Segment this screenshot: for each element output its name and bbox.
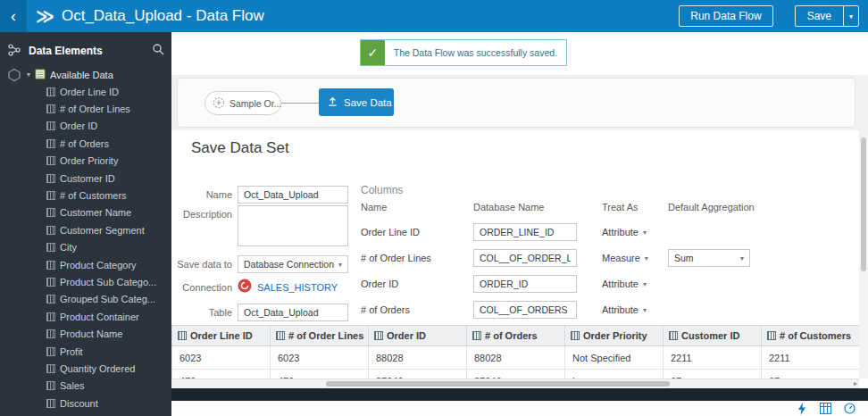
column-icon: [767, 331, 776, 340]
column-icon: [46, 104, 55, 113]
preview-cell: 88028: [369, 346, 467, 370]
sidebar-item-label: Profit: [60, 346, 83, 357]
preview-cell: 88028: [467, 346, 565, 370]
sidebar-item[interactable]: City: [0, 239, 171, 256]
vertical-scrollbar[interactable]: [859, 130, 868, 379]
table-icon[interactable]: [820, 403, 831, 414]
gauge-icon[interactable]: [844, 403, 855, 414]
column-icon: [374, 331, 383, 340]
sidebar-item[interactable]: Product Category: [0, 256, 171, 273]
data-elements-icon[interactable]: [7, 43, 21, 61]
column-icon: [46, 381, 55, 390]
sidebar-item[interactable]: # of Order Lines: [0, 100, 171, 117]
sidebar-item[interactable]: Product Name: [0, 325, 171, 342]
treat-as-select[interactable]: Attribute▾: [602, 279, 647, 289]
column-name: # of Orders: [361, 304, 410, 315]
sidebar-item-label: Quantity Ordered: [60, 363, 135, 374]
preview-column-label: Order Line ID: [190, 330, 253, 341]
upload-icon: [327, 96, 338, 109]
sidebar-item[interactable]: Order Priority: [0, 153, 171, 170]
flash-icon[interactable]: [797, 403, 807, 415]
preview-column-header[interactable]: Order Priority: [565, 326, 664, 346]
back-button[interactable]: ‹: [0, 0, 27, 32]
preview-column-header[interactable]: # of Orders: [467, 326, 565, 346]
footer-toolbar: [171, 401, 868, 416]
preview-column-label: Order Priority: [583, 330, 647, 341]
database-name-input[interactable]: [473, 223, 577, 241]
chevron-down-icon: ▾: [643, 229, 647, 237]
sidebar-item-label: Customer Name: [60, 207, 131, 218]
preview-header-row: Order Line ID# of Order LinesOrder ID# o…: [172, 326, 860, 346]
sidebar-item-label: Sales: [60, 380, 85, 391]
save-menu-button[interactable]: ▾: [843, 5, 859, 27]
preview-column-header[interactable]: # of Order Lines: [271, 326, 369, 346]
preview-column-header[interactable]: # of Customers: [762, 326, 860, 346]
vertical-scrollbar-thumb[interactable]: [861, 137, 866, 271]
horizontal-scrollbar-thumb[interactable]: [326, 381, 670, 387]
column-icon: [46, 156, 55, 165]
treat-as-select[interactable]: Attribute▾: [602, 227, 647, 237]
sidebar-item-label: # of Order Lines: [60, 104, 130, 114]
sidebar-item[interactable]: Grouped Sub Categ...: [0, 291, 171, 308]
column-mapping-row: Order IDAttribute▾▾: [171, 271, 859, 297]
horizontal-scrollbar[interactable]: ▸: [171, 379, 859, 388]
tree-root-available-data[interactable]: ▾ Available Data: [0, 66, 171, 83]
sidebar-item-label: Product Name: [60, 329, 122, 339]
name-input[interactable]: [238, 186, 348, 204]
sidebar-item[interactable]: Customer ID: [0, 170, 171, 187]
chevron-down-icon: ▾: [740, 254, 744, 262]
sidebar-item[interactable]: Order ID: [0, 118, 171, 135]
column-icon: [46, 329, 55, 338]
sidebar-item[interactable]: Discount: [0, 395, 171, 412]
sidebar-item-label: # of Orders: [60, 138, 109, 149]
preview-column-header[interactable]: Customer ID: [664, 326, 762, 346]
column-name: Order ID: [361, 279, 398, 289]
aggregation-select[interactable]: Sum▾: [668, 249, 750, 267]
sidebar-item[interactable]: Customer Segment: [0, 221, 171, 238]
sidebar-item-label: Order Priority: [60, 155, 118, 166]
bottom-divider: [171, 388, 868, 401]
search-icon[interactable]: [152, 43, 164, 59]
save-button[interactable]: Save: [795, 5, 843, 27]
scroll-right-icon[interactable]: ▸: [854, 379, 857, 388]
database-name-input[interactable]: [473, 301, 577, 319]
sidebar-item[interactable]: # of Customers: [0, 187, 171, 204]
sidebar-item-label: Discount: [60, 398, 98, 409]
preview-column-header[interactable]: Order Line ID: [172, 326, 271, 346]
save-data-node-label: Save Data: [344, 97, 392, 108]
sidebar-item-label: Order Line ID: [60, 87, 119, 97]
sidebar-item-label: Order ID: [60, 121, 97, 131]
column-icon: [46, 347, 55, 356]
preview-column-label: Order ID: [387, 330, 426, 341]
database-name-input[interactable]: [473, 275, 577, 293]
sidebar-item[interactable]: Customer Name: [0, 204, 171, 221]
column-icon: [46, 312, 55, 321]
preview-table: Order Line ID# of Order LinesOrder ID# o…: [171, 325, 859, 384]
sidebar-item[interactable]: Sales: [0, 378, 171, 395]
preview-row: 602360238802888028Not Specified22112211: [172, 346, 860, 370]
save-data-node[interactable]: Save Data: [319, 88, 394, 116]
sidebar-item[interactable]: Quantity Ordered: [0, 360, 171, 377]
sidebar-item[interactable]: Product Container: [0, 308, 171, 325]
column-mapping-row: Order Line IDAttribute▾▾: [171, 220, 859, 245]
columns-section-title: Columns: [361, 184, 403, 196]
treat-as-select[interactable]: Attribute▾: [602, 304, 647, 315]
column-name: Order Line ID: [361, 227, 420, 237]
column-icon: [46, 364, 55, 373]
sidebar-item[interactable]: Product Sub Catego...: [0, 273, 171, 290]
data-preview: Order Line ID# of Order LinesOrder ID# o…: [171, 325, 859, 384]
preview-cell: 2211: [762, 346, 860, 370]
tree-expand-icon[interactable]: ▾: [27, 71, 30, 79]
sidebar-item-label: Grouped Sub Categ...: [60, 294, 155, 304]
database-name-input[interactable]: [473, 249, 577, 267]
sidebar-item[interactable]: Profit: [0, 343, 171, 360]
source-node[interactable]: Sample Or...: [204, 91, 281, 115]
treat-as-select[interactable]: Measure▾: [602, 253, 648, 263]
preview-column-header[interactable]: Order ID: [369, 326, 467, 346]
column-icon: [46, 174, 55, 183]
sidebar-item[interactable]: Order Line ID: [0, 83, 171, 100]
preview-cell: 2211: [664, 346, 762, 370]
run-dataflow-button[interactable]: Run Data Flow: [679, 5, 772, 27]
preview-cell: 6023: [271, 346, 369, 370]
sidebar-item[interactable]: # of Orders: [0, 135, 171, 152]
